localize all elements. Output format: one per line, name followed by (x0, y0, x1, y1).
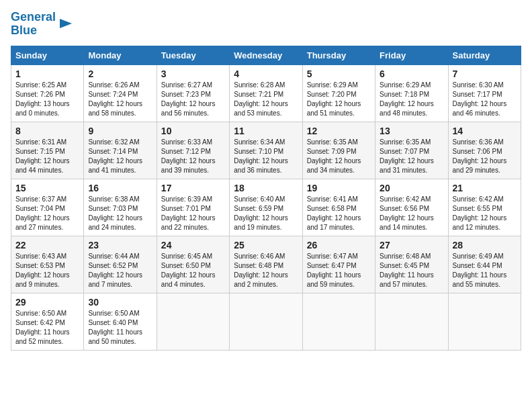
day-number: 14 (453, 126, 517, 136)
calendar-cell: 25Sunrise: 6:46 AM Sunset: 6:48 PM Dayli… (230, 236, 302, 293)
calendar-cell: 11Sunrise: 6:34 AM Sunset: 7:10 PM Dayli… (230, 122, 302, 179)
day-header-wednesday: Wednesday (230, 46, 302, 64)
day-info: Sunrise: 6:25 AM Sunset: 7:26 PM Dayligh… (15, 81, 79, 118)
day-number: 11 (234, 126, 298, 136)
day-info: Sunrise: 6:32 AM Sunset: 7:14 PM Dayligh… (88, 138, 152, 175)
day-info: Sunrise: 6:47 AM Sunset: 6:47 PM Dayligh… (307, 252, 371, 289)
day-info: Sunrise: 6:34 AM Sunset: 7:10 PM Dayligh… (234, 138, 298, 175)
day-info: Sunrise: 6:44 AM Sunset: 6:52 PM Dayligh… (88, 252, 152, 289)
svg-marker-0 (60, 19, 72, 28)
calendar-cell: 27Sunrise: 6:48 AM Sunset: 6:45 PM Dayli… (375, 236, 448, 293)
day-number: 18 (234, 183, 298, 193)
day-number: 26 (307, 240, 371, 250)
day-number: 15 (15, 183, 79, 193)
day-number: 9 (88, 126, 152, 136)
calendar-cell: 26Sunrise: 6:47 AM Sunset: 6:47 PM Dayli… (302, 236, 375, 293)
day-number: 27 (380, 240, 443, 250)
calendar-cell: 5Sunrise: 6:29 AM Sunset: 7:20 PM Daylig… (302, 64, 375, 122)
day-header-friday: Friday (375, 46, 448, 64)
calendar-cell (157, 293, 229, 350)
day-number: 30 (88, 297, 152, 308)
day-info: Sunrise: 6:49 AM Sunset: 6:44 PM Dayligh… (453, 252, 517, 289)
day-number: 28 (453, 240, 517, 250)
week-row-1: 1Sunrise: 6:25 AM Sunset: 7:26 PM Daylig… (11, 64, 521, 122)
calendar-cell: 12Sunrise: 6:35 AM Sunset: 7:09 PM Dayli… (302, 122, 375, 179)
day-info: Sunrise: 6:33 AM Sunset: 7:12 PM Dayligh… (161, 138, 225, 175)
logo-text-block: General Blue (11, 11, 73, 38)
day-number: 29 (15, 297, 79, 308)
header-row: SundayMondayTuesdayWednesdayThursdayFrid… (11, 46, 521, 64)
week-row-3: 15Sunrise: 6:37 AM Sunset: 7:04 PM Dayli… (11, 179, 521, 236)
day-number: 7 (453, 68, 517, 79)
calendar-cell: 19Sunrise: 6:41 AM Sunset: 6:58 PM Dayli… (302, 179, 375, 236)
day-info: Sunrise: 6:38 AM Sunset: 7:03 PM Dayligh… (88, 195, 152, 232)
day-number: 6 (380, 68, 443, 79)
calendar-cell: 23Sunrise: 6:44 AM Sunset: 6:52 PM Dayli… (84, 236, 157, 293)
calendar-cell: 13Sunrise: 6:35 AM Sunset: 7:07 PM Dayli… (375, 122, 448, 179)
day-number: 2 (88, 68, 152, 79)
calendar-cell: 24Sunrise: 6:45 AM Sunset: 6:50 PM Dayli… (157, 236, 229, 293)
day-number: 5 (307, 68, 371, 79)
calendar-cell: 1Sunrise: 6:25 AM Sunset: 7:26 PM Daylig… (11, 64, 84, 122)
logo-blue: Blue (11, 24, 37, 37)
day-number: 24 (161, 240, 225, 250)
day-info: Sunrise: 6:40 AM Sunset: 6:59 PM Dayligh… (234, 195, 298, 232)
calendar-cell: 10Sunrise: 6:33 AM Sunset: 7:12 PM Dayli… (157, 122, 229, 179)
day-info: Sunrise: 6:37 AM Sunset: 7:04 PM Dayligh… (15, 195, 79, 232)
calendar-cell: 28Sunrise: 6:49 AM Sunset: 6:44 PM Dayli… (448, 236, 521, 293)
day-number: 17 (161, 183, 225, 193)
day-info: Sunrise: 6:26 AM Sunset: 7:24 PM Dayligh… (88, 81, 152, 118)
calendar-cell: 22Sunrise: 6:43 AM Sunset: 6:53 PM Dayli… (11, 236, 84, 293)
day-info: Sunrise: 6:28 AM Sunset: 7:21 PM Dayligh… (234, 81, 298, 118)
day-info: Sunrise: 6:29 AM Sunset: 7:20 PM Dayligh… (307, 81, 371, 118)
calendar-cell: 15Sunrise: 6:37 AM Sunset: 7:04 PM Dayli… (11, 179, 84, 236)
day-header-monday: Monday (84, 46, 157, 64)
day-info: Sunrise: 6:42 AM Sunset: 6:56 PM Dayligh… (380, 195, 443, 232)
calendar-cell: 18Sunrise: 6:40 AM Sunset: 6:59 PM Dayli… (230, 179, 302, 236)
week-row-4: 22Sunrise: 6:43 AM Sunset: 6:53 PM Dayli… (11, 236, 521, 293)
day-info: Sunrise: 6:30 AM Sunset: 7:17 PM Dayligh… (453, 81, 517, 118)
calendar-cell: 3Sunrise: 6:27 AM Sunset: 7:23 PM Daylig… (157, 64, 229, 122)
calendar-cell: 29Sunrise: 6:50 AM Sunset: 6:42 PM Dayli… (11, 293, 84, 350)
day-info: Sunrise: 6:39 AM Sunset: 7:01 PM Dayligh… (161, 195, 225, 232)
calendar-table: SundayMondayTuesdayWednesdayThursdayFrid… (11, 46, 521, 351)
logo-general: General (11, 10, 56, 24)
calendar-cell (375, 293, 448, 350)
day-number: 4 (234, 68, 298, 79)
logo-arrow-icon (58, 16, 73, 31)
day-number: 13 (380, 126, 443, 136)
calendar-cell: 17Sunrise: 6:39 AM Sunset: 7:01 PM Dayli… (157, 179, 229, 236)
calendar-cell (302, 293, 375, 350)
day-info: Sunrise: 6:35 AM Sunset: 7:09 PM Dayligh… (307, 138, 371, 175)
calendar-cell: 2Sunrise: 6:26 AM Sunset: 7:24 PM Daylig… (84, 64, 157, 122)
calendar-cell: 4Sunrise: 6:28 AM Sunset: 7:21 PM Daylig… (230, 64, 302, 122)
calendar-cell (230, 293, 302, 350)
day-number: 22 (15, 240, 79, 250)
calendar-cell: 7Sunrise: 6:30 AM Sunset: 7:17 PM Daylig… (448, 64, 521, 122)
day-info: Sunrise: 6:48 AM Sunset: 6:45 PM Dayligh… (380, 252, 443, 289)
week-row-2: 8Sunrise: 6:31 AM Sunset: 7:15 PM Daylig… (11, 122, 521, 179)
day-header-tuesday: Tuesday (157, 46, 229, 64)
day-number: 3 (161, 68, 225, 79)
calendar-cell: 30Sunrise: 6:50 AM Sunset: 6:40 PM Dayli… (84, 293, 157, 350)
logo: General Blue (11, 11, 73, 38)
day-number: 1 (15, 68, 79, 79)
day-number: 12 (307, 126, 371, 136)
day-info: Sunrise: 6:36 AM Sunset: 7:06 PM Dayligh… (453, 138, 517, 175)
calendar-cell: 21Sunrise: 6:42 AM Sunset: 6:55 PM Dayli… (448, 179, 521, 236)
day-info: Sunrise: 6:27 AM Sunset: 7:23 PM Dayligh… (161, 81, 225, 118)
day-header-saturday: Saturday (448, 46, 521, 64)
calendar-cell: 9Sunrise: 6:32 AM Sunset: 7:14 PM Daylig… (84, 122, 157, 179)
day-number: 8 (15, 126, 79, 136)
calendar-cell: 16Sunrise: 6:38 AM Sunset: 7:03 PM Dayli… (84, 179, 157, 236)
day-number: 16 (88, 183, 152, 193)
calendar-cell: 6Sunrise: 6:29 AM Sunset: 7:18 PM Daylig… (375, 64, 448, 122)
day-info: Sunrise: 6:50 AM Sunset: 6:42 PM Dayligh… (15, 309, 79, 347)
day-info: Sunrise: 6:31 AM Sunset: 7:15 PM Dayligh… (15, 138, 79, 175)
day-header-sunday: Sunday (11, 46, 84, 64)
day-info: Sunrise: 6:42 AM Sunset: 6:55 PM Dayligh… (453, 195, 517, 232)
day-info: Sunrise: 6:29 AM Sunset: 7:18 PM Dayligh… (380, 81, 443, 118)
day-number: 21 (453, 183, 517, 193)
calendar-cell: 8Sunrise: 6:31 AM Sunset: 7:15 PM Daylig… (11, 122, 84, 179)
day-info: Sunrise: 6:41 AM Sunset: 6:58 PM Dayligh… (307, 195, 371, 232)
